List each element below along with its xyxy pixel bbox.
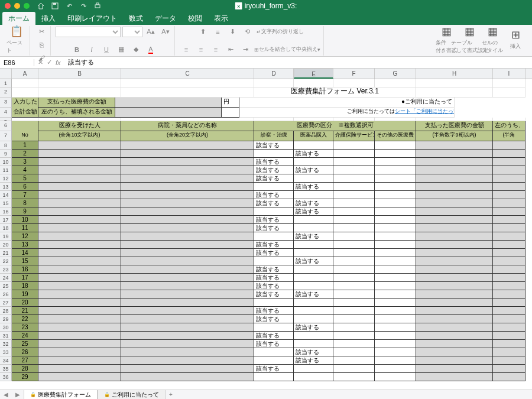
col-D[interactable]: D [254,69,294,79]
reimb-cell[interactable] [493,183,525,191]
cell[interactable] [375,79,416,87]
row-no[interactable]: 5 [12,174,38,183]
person-cell[interactable] [38,174,121,183]
cat-f[interactable]: 介護保険サービス [333,131,375,141]
cat-e-cell[interactable] [294,158,333,166]
person-cell[interactable] [38,166,121,174]
paid-cell[interactable] [416,232,493,241]
person-cell[interactable] [38,207,121,216]
cat-d-cell[interactable]: 該当する [254,307,294,315]
cat-g-cell[interactable] [375,282,416,290]
row-no[interactable]: 1 [12,141,38,150]
cat-d-cell[interactable]: 該当する [254,158,294,166]
hospital-cell[interactable] [121,265,254,274]
cat-d-cell[interactable] [254,207,294,216]
align-right-button[interactable]: ≡ [209,44,222,56]
form-title[interactable]: 医療費集計フォーム Ver.3.1 [254,87,416,98]
cat-f-cell[interactable] [333,183,375,191]
cell[interactable] [121,87,254,98]
hospital-cell[interactable] [121,141,254,150]
paid-value[interactable] [115,98,222,108]
cat-d-cell[interactable]: 該当する [254,340,294,348]
fill-color-button[interactable]: ◆ [129,44,142,56]
cat-g-cell[interactable] [375,199,416,207]
reimb-value[interactable] [115,108,222,118]
reimb-cell[interactable] [493,216,525,224]
row-no[interactable]: 2 [12,150,38,158]
cat-f-cell[interactable] [333,282,375,290]
no-header2[interactable]: No [12,131,38,141]
person-cell[interactable] [38,141,121,150]
person-cell[interactable] [38,232,121,241]
cell[interactable] [38,87,121,98]
row-header[interactable]: 8 [0,141,12,150]
cat-d-cell[interactable]: 該当する [254,365,294,373]
cell[interactable] [38,79,121,87]
hospital-cell[interactable] [121,166,254,174]
row-no[interactable]: 18 [12,282,38,290]
row-no[interactable]: 19 [12,290,38,299]
paid-cell[interactable] [416,274,493,282]
select-all-corner[interactable] [0,69,12,79]
cut-button[interactable]: ✂ [35,26,48,38]
row-no[interactable]: 24 [12,332,38,340]
hospital-sub[interactable]: (全角20文字以内) [121,131,254,141]
hospital-cell[interactable] [121,257,254,265]
row-header[interactable]: 14 [0,191,12,199]
row-header[interactable]: 34 [0,356,12,365]
reimb-cell[interactable] [493,299,525,307]
cat-d-cell[interactable]: 該当する [254,191,294,199]
row-header[interactable]: 27 [0,299,12,307]
row-header[interactable]: 21 [0,249,12,257]
hospital-cell[interactable] [121,282,254,290]
paid-cell[interactable] [416,315,493,323]
reimb-cell[interactable] [493,265,525,274]
cat-f-cell[interactable] [333,174,375,183]
row-header[interactable]: 29 [0,315,12,323]
cat-f-cell[interactable] [333,232,375,241]
cat-d-cell[interactable]: 該当する [254,216,294,224]
border-button[interactable]: ▦ [115,44,128,56]
cell[interactable] [239,98,345,108]
paid-cell[interactable] [416,373,493,381]
cat-f-cell[interactable] [333,307,375,315]
hospital-cell[interactable] [121,323,254,332]
cat-e-cell[interactable] [294,216,333,224]
reimb-cell[interactable] [493,348,525,356]
cell[interactable] [121,79,254,87]
cat-g-cell[interactable] [375,216,416,224]
row-no[interactable]: 4 [12,166,38,174]
paid-cell[interactable] [416,323,493,332]
row-header[interactable]: 1 [0,79,12,87]
paid-amount-header[interactable]: 支払った医療費の金額 [416,121,493,131]
hospital-cell[interactable] [121,274,254,282]
person-cell[interactable] [38,365,121,373]
row-no[interactable]: 10 [12,216,38,224]
row-no[interactable]: 7 [12,191,38,199]
cat-g-cell[interactable] [375,373,416,381]
row-no[interactable]: 11 [12,224,38,232]
row-no[interactable]: 23 [12,323,38,332]
row-header[interactable]: 11 [0,166,12,174]
person-cell[interactable] [38,199,121,207]
merge-center-button[interactable]: ⊞ セルを結合して中央揃え ▾ [254,44,321,56]
row-no[interactable]: 28 [12,365,38,373]
cat-f-cell[interactable] [333,265,375,274]
col-E[interactable]: E [294,69,333,79]
person-cell[interactable] [38,332,121,340]
person-cell[interactable] [38,191,121,199]
cat-d-cell[interactable]: 該当する [254,332,294,340]
cat-f-cell[interactable] [333,207,375,216]
cancel-formula-icon[interactable]: ✕ [38,59,43,66]
cat-g[interactable]: その他の医療費 [375,131,416,141]
person-cell[interactable] [38,257,121,265]
cat-e-cell[interactable]: 該当する [294,232,333,241]
format-table-button[interactable]: ▦テーブル として書式設定 [459,26,480,53]
sheet-nav-prev[interactable]: ◀ [0,391,12,398]
person-cell[interactable] [38,183,121,191]
person-cell[interactable] [38,282,121,290]
cat-g-cell[interactable] [375,241,416,249]
font-color-button[interactable]: A [144,44,157,56]
blank[interactable] [222,108,239,118]
hospital-cell[interactable] [121,307,254,315]
